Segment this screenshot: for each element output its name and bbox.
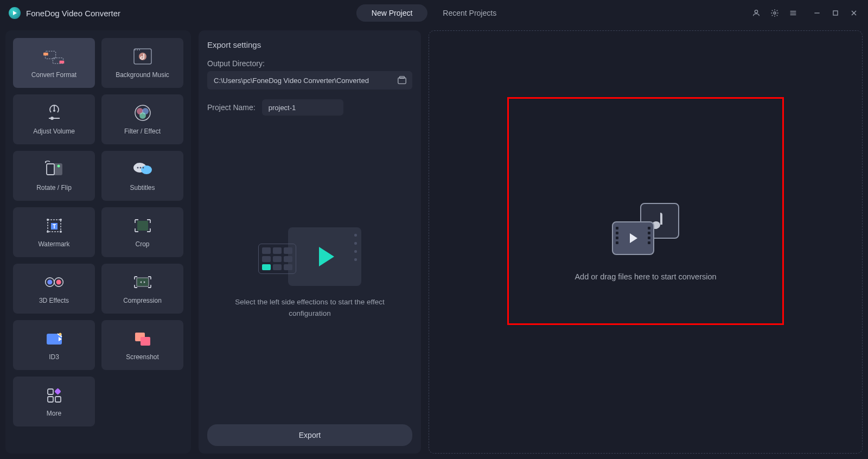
svg-point-41 — [60, 231, 62, 233]
svg-point-16 — [137, 49, 138, 50]
output-dir-field[interactable]: C:\Users\pc\FoneDog Video Converter\Conv… — [207, 71, 412, 90]
svg-point-46 — [56, 279, 61, 284]
svg-rect-48 — [137, 278, 149, 286]
tool-adjust-volume[interactable]: Adjust Volume — [13, 94, 95, 144]
account-icon[interactable] — [751, 8, 762, 18]
tab-bar: New Project Recent Projects — [356, 4, 512, 22]
tool-label: Crop — [135, 240, 149, 248]
svg-point-17 — [139, 49, 140, 50]
tool-label: Screenshot — [126, 353, 159, 361]
effect-graphic-icon — [258, 227, 361, 286]
tool-watermark[interactable]: T Watermark — [13, 207, 95, 257]
tool-id3[interactable]: ID3 — [13, 320, 95, 370]
tool-label: Watermark — [38, 240, 69, 248]
tool-rotate-flip[interactable]: Rotate / Flip — [13, 151, 95, 201]
svg-point-21 — [50, 117, 54, 120]
svg-point-1 — [755, 10, 757, 13]
subtitles-icon — [132, 160, 154, 178]
tool-subtitles[interactable]: Subtitles — [101, 151, 183, 201]
svg-rect-53 — [48, 389, 53, 394]
tool-label: Subtitles — [130, 184, 155, 192]
svg-rect-56 — [55, 397, 61, 402]
background-music-icon — [132, 47, 154, 66]
output-dir-value: C:\Users\pc\FoneDog Video Converter\Conv… — [214, 76, 397, 85]
export-heading: Export settings — [207, 40, 412, 49]
svg-point-31 — [141, 165, 152, 174]
tool-label: Compression — [123, 297, 162, 304]
adjust-volume-icon — [43, 104, 65, 122]
svg-rect-11 — [43, 53, 48, 55]
crop-icon — [132, 216, 154, 235]
tool-label: 3D Effects — [39, 297, 69, 304]
tab-new-project[interactable]: New Project — [356, 4, 427, 22]
compression-icon — [132, 273, 154, 291]
svg-rect-26 — [47, 164, 54, 175]
tool-label: Filter / Effect — [124, 127, 161, 135]
titlebar-left: FoneDog Video Converter — [9, 7, 120, 19]
screenshot-icon — [132, 329, 154, 348]
project-name-label: Project Name: — [207, 103, 256, 112]
main-content: Convert Format Background Music Adjust V… — [0, 26, 868, 459]
app-title: FoneDog Video Converter — [26, 9, 120, 18]
rotate-flip-icon — [43, 160, 65, 178]
tool-label: ID3 — [49, 353, 59, 361]
filter-effect-icon — [132, 104, 154, 122]
svg-rect-7 — [833, 11, 838, 15]
tool-screenshot[interactable]: Screenshot — [101, 320, 183, 370]
app-logo-icon — [9, 7, 21, 19]
tool-background-music[interactable]: Background Music — [101, 38, 183, 88]
tool-label: Rotate / Flip — [36, 184, 72, 192]
svg-rect-54 — [54, 388, 61, 395]
settings-icon[interactable] — [769, 8, 780, 18]
svg-rect-57 — [398, 78, 406, 84]
svg-point-32 — [137, 167, 138, 169]
svg-marker-0 — [13, 11, 17, 15]
svg-rect-55 — [48, 397, 53, 402]
svg-point-15 — [135, 49, 136, 50]
more-icon — [43, 386, 65, 404]
svg-point-45 — [47, 279, 52, 284]
svg-point-50 — [59, 333, 61, 336]
svg-point-40 — [47, 231, 49, 233]
tool-label: Adjust Volume — [33, 127, 75, 135]
export-panel: Export settings Output Directory: C:\Use… — [199, 30, 421, 454]
svg-point-33 — [139, 167, 141, 169]
maximize-icon[interactable] — [830, 8, 841, 18]
project-name-row: Project Name: — [207, 99, 412, 116]
drop-media-icon — [612, 203, 679, 255]
tool-3d-effects[interactable]: 3D Effects — [13, 264, 95, 314]
id3-icon — [43, 329, 65, 348]
tool-filter-effect[interactable]: Filter / Effect — [101, 94, 183, 144]
tab-recent-projects[interactable]: Recent Projects — [427, 4, 512, 22]
titlebar: FoneDog Video Converter New Project Rece… — [0, 0, 868, 26]
project-name-input[interactable] — [262, 99, 343, 116]
tool-compression[interactable]: Compression — [101, 264, 183, 314]
tool-label: Background Music — [116, 71, 169, 79]
tool-panel: Convert Format Background Music Adjust V… — [5, 30, 191, 454]
tool-label: Convert Format — [31, 71, 76, 79]
svg-point-34 — [142, 167, 144, 169]
watermark-icon: T — [43, 216, 65, 235]
menu-icon[interactable] — [788, 8, 799, 18]
svg-point-19 — [53, 110, 55, 112]
close-icon[interactable] — [848, 8, 859, 18]
minimize-icon[interactable] — [812, 8, 822, 18]
browse-folder-icon[interactable] — [397, 75, 407, 85]
svg-text:T: T — [52, 224, 55, 229]
drop-zone[interactable]: Add or drag files here to start conversi… — [429, 30, 863, 454]
effect-placeholder: Select the left side effections to start… — [207, 129, 412, 418]
svg-rect-52 — [141, 337, 150, 346]
tool-more[interactable]: More — [13, 377, 95, 426]
effect-placeholder-text: Select the left side effections to start… — [228, 297, 391, 319]
titlebar-right — [751, 8, 859, 18]
tool-crop[interactable]: Crop — [101, 207, 183, 257]
svg-point-28 — [57, 165, 60, 168]
tool-convert-format[interactable]: Convert Format — [13, 38, 95, 88]
svg-point-2 — [774, 12, 776, 14]
svg-rect-58 — [400, 76, 405, 79]
export-button[interactable]: Export — [207, 424, 412, 446]
svg-point-25 — [139, 112, 146, 119]
svg-point-38 — [47, 219, 49, 221]
tool-label: More — [47, 410, 61, 417]
svg-rect-13 — [59, 61, 64, 63]
